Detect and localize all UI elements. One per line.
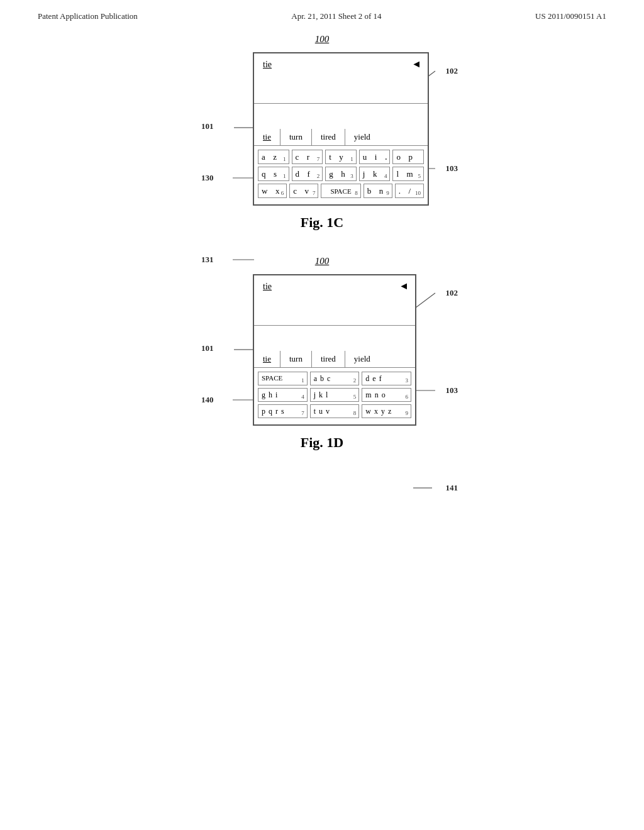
fig1c-label-131: 131 bbox=[201, 255, 214, 265]
fig1c-key-bn[interactable]: b n 9 bbox=[364, 184, 392, 198]
fig1c-suggestion-1[interactable]: turn bbox=[280, 129, 312, 145]
fig1d-key-mno-num: 6 bbox=[406, 394, 409, 400]
fig1c-device: tie ◄ tie turn tired yield bbox=[253, 52, 429, 206]
fig1d-number-top: 100 bbox=[315, 256, 330, 267]
fig1d-label-101: 101 bbox=[201, 343, 214, 353]
fig1c-key-space-num: 8 bbox=[355, 190, 358, 196]
fig1c-key-bn-num: 9 bbox=[386, 190, 389, 196]
fig1c-key-cv-label: c v bbox=[293, 186, 310, 196]
fig1d-key-row-2: g h i 4 j k l 5 m n o 6 bbox=[258, 388, 411, 402]
fig1c-number-top: 100 bbox=[315, 34, 330, 45]
fig1d-suggestion-bar: tie turn tired yield bbox=[254, 351, 415, 368]
fig1c-key-lm[interactable]: l m 5 bbox=[392, 167, 424, 181]
fig1d-keyboard: SPACE 1 a b c 2 d e f 3 bbox=[254, 368, 415, 424]
fig1c-key-slash[interactable]: . / 10 bbox=[395, 184, 424, 198]
fig1d-key-jkl[interactable]: j k l 5 bbox=[310, 388, 360, 402]
fig1d-key-pqrs-label: p q r s bbox=[262, 407, 285, 416]
fig1c-key-jk-label: j k bbox=[363, 169, 379, 179]
fig1c-empty-space bbox=[254, 104, 428, 129]
fig1d-text-area: tie ◄ bbox=[254, 275, 415, 326]
fig1d-key-mno-label: m n o bbox=[365, 390, 386, 400]
fig1d-key-space[interactable]: SPACE 1 bbox=[258, 372, 308, 385]
fig1c-key-qs-label: q s bbox=[262, 169, 278, 179]
fig1d-key-def-label: d e f bbox=[365, 374, 382, 384]
fig1c-key-wx-num: 6 bbox=[281, 190, 284, 196]
fig1c-label-101: 101 bbox=[201, 121, 214, 131]
fig1d-key-def-num: 3 bbox=[406, 377, 409, 384]
fig1c-suggestion-3[interactable]: yield bbox=[345, 129, 379, 145]
fig1c-key-qs[interactable]: q s 1 bbox=[258, 167, 289, 181]
fig1d-key-abc[interactable]: a b c 2 bbox=[310, 372, 360, 385]
fig1c-key-az[interactable]: a z 1 bbox=[258, 150, 289, 164]
fig1c-key-cr-num: 7 bbox=[317, 156, 320, 162]
fig1c-keyboard: a z 1 c r 7 t y 1 u i bbox=[254, 146, 428, 204]
fig1c-key-bn-label: b n bbox=[367, 186, 385, 196]
header-right: US 2011/0090151 A1 bbox=[535, 11, 606, 21]
fig1d-key-abc-label: a b c bbox=[314, 374, 331, 384]
fig1d-device: tie ◄ tie turn tired yield SP bbox=[253, 274, 416, 426]
fig1c-key-cv-num: 7 bbox=[313, 190, 316, 196]
fig1d-key-abc-num: 2 bbox=[353, 377, 357, 384]
fig1c-key-ui-label: u i bbox=[363, 152, 379, 162]
fig1c-suggestion-0[interactable]: tie bbox=[254, 129, 280, 145]
fig1d-key-pqrs[interactable]: p q r s 7 bbox=[258, 404, 308, 418]
fig1c-suggestion-2[interactable]: tired bbox=[312, 129, 345, 145]
fig1d-empty-space bbox=[254, 326, 415, 351]
fig1d-key-ghi-label: g h i bbox=[262, 390, 278, 400]
fig1d-text-content: tie bbox=[263, 282, 272, 291]
fig1c-key-wx[interactable]: w x 6 bbox=[258, 184, 287, 198]
fig1c-text-content: tie bbox=[263, 60, 272, 69]
fig1d-caption: Fig. 1D bbox=[301, 434, 343, 451]
fig1c-key-df-label: d f bbox=[296, 169, 311, 179]
fig1d-suggestion-0[interactable]: tie bbox=[254, 351, 280, 367]
fig1d-suggestion-2[interactable]: tired bbox=[312, 351, 345, 367]
fig1d-suggestion-3[interactable]: yield bbox=[345, 351, 379, 367]
fig1d-label-141: 141 bbox=[446, 483, 458, 493]
fig1d-key-space-num: 1 bbox=[301, 377, 304, 384]
fig1c-key-gh[interactable]: g h 3 bbox=[325, 167, 357, 181]
figure-1c: 100 102 103 101 130 131 bbox=[38, 34, 606, 231]
fig1c-key-df-num: 2 bbox=[317, 173, 320, 179]
header-left: Patent Application Publication bbox=[38, 11, 138, 21]
fig1d-key-ghi[interactable]: g h i 4 bbox=[258, 388, 308, 402]
fig1c-key-jk[interactable]: j k 4 bbox=[359, 167, 391, 181]
fig1d-label-103: 103 bbox=[446, 385, 458, 396]
fig1c-key-cr[interactable]: c r 7 bbox=[292, 150, 323, 164]
fig1c-key-ty-num: 1 bbox=[350, 156, 353, 162]
fig1c-key-cv[interactable]: c v 7 bbox=[289, 184, 318, 198]
fig1d-key-space-label: SPACE bbox=[262, 374, 282, 382]
fig1c-key-az-label: a z bbox=[262, 152, 278, 162]
fig1c-key-ui[interactable]: u i • bbox=[359, 150, 391, 164]
fig1c-label-102: 102 bbox=[446, 66, 458, 76]
fig1d-key-ghi-num: 4 bbox=[301, 394, 304, 400]
fig1c-key-lm-label: l m bbox=[396, 169, 414, 179]
fig1c-key-jk-num: 4 bbox=[384, 173, 387, 179]
fig1d-suggestion-1[interactable]: turn bbox=[280, 351, 312, 367]
fig1d-key-def[interactable]: d e f 3 bbox=[362, 372, 411, 385]
fig1c-key-slash-label: . / bbox=[399, 186, 412, 196]
fig1c-key-qs-num: 1 bbox=[283, 173, 286, 179]
fig1c-key-gh-label: g h bbox=[329, 169, 347, 179]
fig1d-key-pqrs-num: 7 bbox=[301, 410, 304, 416]
fig1c-caption: Fig. 1C bbox=[301, 214, 343, 231]
fig1c-key-cr-label: c r bbox=[296, 152, 311, 162]
fig1c-label-130: 130 bbox=[201, 173, 214, 183]
fig1d-key-tuv[interactable]: t u v 8 bbox=[310, 404, 360, 418]
fig1c-key-space-label: SPACE bbox=[330, 187, 351, 195]
fig1c-key-row-3: w x 6 c v 7 SPACE 8 b n bbox=[258, 184, 424, 198]
fig1c-key-slash-num: 10 bbox=[415, 190, 421, 196]
fig1c-key-gh-num: 3 bbox=[350, 173, 353, 179]
fig1d-key-mno[interactable]: m n o 6 bbox=[362, 388, 411, 402]
fig1c-suggestion-bar: tie turn tired yield bbox=[254, 129, 428, 146]
fig1c-key-ui-num: • bbox=[385, 156, 387, 162]
fig1d-key-wxyz-num: 9 bbox=[406, 410, 409, 416]
fig1d-key-jkl-num: 5 bbox=[353, 394, 357, 400]
fig1d-key-wxyz[interactable]: w x y z 9 bbox=[362, 404, 411, 418]
page-header: Patent Application Publication Apr. 21, … bbox=[0, 0, 644, 28]
fig1c-key-df[interactable]: d f 2 bbox=[292, 167, 323, 181]
fig1c-key-row-2: q s 1 d f 2 g h 3 j k bbox=[258, 167, 424, 181]
fig1c-key-space[interactable]: SPACE 8 bbox=[321, 184, 360, 198]
fig1d-key-row-1: SPACE 1 a b c 2 d e f 3 bbox=[258, 372, 411, 385]
fig1c-key-op[interactable]: o p bbox=[392, 150, 424, 164]
fig1c-key-ty[interactable]: t y 1 bbox=[325, 150, 357, 164]
